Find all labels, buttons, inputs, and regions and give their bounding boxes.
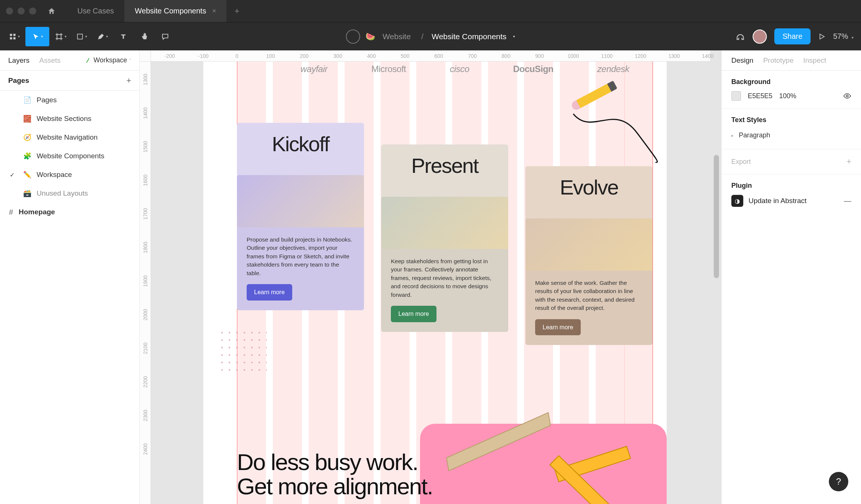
page-list: 📄Pages 🧱Website Sections 🧭Website Naviga… <box>0 91 139 221</box>
customer-logos-row: wayfair Microsoft cisco DocuSign zendesk <box>300 64 629 74</box>
canvas-scrollbar[interactable] <box>714 155 719 278</box>
window-controls[interactable] <box>6 7 36 15</box>
logo-zendesk: zendesk <box>597 64 629 74</box>
audio-icon[interactable] <box>735 32 745 41</box>
zoom-level[interactable]: 57% ▾ <box>833 32 857 41</box>
card-evolve[interactable]: Evolve Make sense of the work. Gather th… <box>525 166 652 345</box>
ruler-corner <box>140 50 151 62</box>
tab-prototype[interactable]: Prototype <box>763 56 793 65</box>
add-export-button[interactable]: + <box>846 157 851 167</box>
chevron-down-icon: ▾ <box>18 34 20 38</box>
right-panel: Design Prototype Inspect Background E5E5… <box>721 50 861 504</box>
card-present[interactable]: Present Keep stakeholders from getting l… <box>381 144 508 332</box>
frame-tool[interactable]: ▾ <box>51 27 70 46</box>
page-item[interactable]: 🧱Website Sections <box>0 109 139 128</box>
traffic-close[interactable] <box>6 7 13 15</box>
visibility-toggle-icon[interactable] <box>843 92 851 100</box>
page-item[interactable]: 🧩Website Components <box>0 147 139 165</box>
move-tool[interactable]: ▾ <box>25 27 49 46</box>
project-emoji-icon: 🍉 <box>365 32 375 41</box>
page-item[interactable]: 📄Pages <box>0 91 139 109</box>
card-body: Keep stakeholders from getting lost in y… <box>391 257 499 299</box>
background-hex[interactable]: E5E5E5 <box>748 92 772 100</box>
learn-more-button[interactable]: Learn more <box>391 306 436 322</box>
canvas[interactable]: -200 -100 0 100 200 300 400 500 600 700 … <box>140 50 721 504</box>
ruler-vertical: 1300 1400 1500 1600 1700 1800 1900 2000 … <box>140 62 151 504</box>
breadcrumb-separator: / <box>421 32 423 41</box>
export-header: Export <box>731 158 751 166</box>
help-button[interactable]: ? <box>829 472 848 491</box>
breadcrumb-file[interactable]: Website Components <box>432 32 506 41</box>
layer-frame-homepage[interactable]: Homepage <box>0 203 139 221</box>
text-style-item[interactable]: ▸ Paragraph <box>731 129 851 141</box>
remove-plugin-button[interactable]: — <box>844 197 851 205</box>
main-menu-button[interactable]: ▾ <box>4 27 24 46</box>
page-item[interactable]: 🧭Website Navigation <box>0 128 139 147</box>
plugin-header: Plugin <box>731 182 851 190</box>
traffic-minimize[interactable] <box>18 7 25 15</box>
chevron-up-icon: ˄ <box>129 58 131 62</box>
page-item-current[interactable]: ✏️Workspace <box>0 165 139 184</box>
tab-design[interactable]: Design <box>731 56 753 65</box>
abstract-icon: ◑ <box>731 195 743 207</box>
add-page-button[interactable]: + <box>126 76 131 85</box>
artboard-homepage[interactable]: wayfair Microsoft cisco DocuSign zendesk… <box>203 62 667 504</box>
background-opacity[interactable]: 100% <box>779 92 796 100</box>
shape-tool[interactable]: ▾ <box>72 27 91 46</box>
team-avatar-icon[interactable] <box>346 29 360 44</box>
decoration-dots <box>218 329 267 374</box>
learn-more-button[interactable]: Learn more <box>535 319 581 335</box>
text-tool[interactable] <box>114 27 133 46</box>
close-icon[interactable]: × <box>212 7 216 15</box>
logo-wayfair: wayfair <box>300 64 328 74</box>
hand-tool[interactable] <box>135 27 154 46</box>
user-avatar[interactable] <box>753 29 767 44</box>
svg-rect-1 <box>13 34 15 36</box>
svg-rect-4 <box>77 34 82 39</box>
breadcrumb: 🍉 Website / Website Components ▾ <box>346 29 515 44</box>
left-panel: Layers Assets Workspace ˄ Pages + 📄Pages… <box>0 50 140 504</box>
tab-use-cases[interactable]: Use Cases <box>67 0 124 22</box>
plugin-item[interactable]: ◑ Update in Abstract — <box>731 195 851 207</box>
chevron-down-icon: ▾ <box>852 35 854 40</box>
card-kickoff[interactable]: Kickoff Propose and build projects in No… <box>237 123 364 310</box>
logo-docusign: DocuSign <box>513 64 553 74</box>
card-body: Propose and build projects in Notebooks.… <box>247 236 354 277</box>
pen-tool[interactable]: ▾ <box>93 27 112 46</box>
chevron-down-icon: ▾ <box>106 34 108 38</box>
home-icon[interactable] <box>47 7 56 15</box>
svg-rect-2 <box>10 37 12 39</box>
pages-header: Pages <box>8 77 29 85</box>
card-title: Present <box>411 153 478 178</box>
tab-label: Website Components <box>135 7 206 15</box>
breadcrumb-project[interactable]: Website <box>383 32 411 41</box>
present-icon[interactable] <box>818 33 825 40</box>
tab-inspect[interactable]: Inspect <box>803 56 826 65</box>
tab-website-components[interactable]: Website Components × <box>124 0 226 22</box>
text-styles-header: Text Styles <box>731 116 851 124</box>
tab-layers[interactable]: Layers <box>8 56 30 65</box>
add-tab-button[interactable]: + <box>230 4 244 18</box>
chevron-down-icon[interactable]: ▾ <box>513 34 515 38</box>
share-button[interactable]: Share <box>774 28 811 44</box>
chevron-down-icon: ▾ <box>41 34 43 38</box>
card-title: Evolve <box>560 175 618 199</box>
page-item[interactable]: 🗃️Unused Layouts <box>0 184 139 203</box>
svg-rect-3 <box>13 37 15 39</box>
learn-more-button[interactable]: Learn more <box>247 284 292 300</box>
pencil-slash-icon <box>86 58 90 63</box>
traffic-zoom[interactable] <box>29 7 36 15</box>
toolbar: ▾ ▾ ▾ ▾ ▾ 🍉 Website / Website Components… <box>0 22 861 50</box>
svg-point-5 <box>846 95 848 97</box>
page-selector[interactable]: Workspace ˄ <box>85 56 131 64</box>
comment-tool[interactable] <box>155 27 175 46</box>
color-swatch[interactable] <box>731 91 741 101</box>
logo-cisco: cisco <box>450 64 469 74</box>
hero-section: Do less busy work. Get more alignment. T… <box>237 450 644 498</box>
ruler-horizontal: -200 -100 0 100 200 300 400 500 600 700 … <box>151 50 710 62</box>
background-header: Background <box>731 78 851 86</box>
hero-headline: Do less busy work. Get more alignment. <box>237 450 644 498</box>
logo-microsoft: Microsoft <box>371 64 406 74</box>
tab-assets[interactable]: Assets <box>39 56 61 65</box>
card-title: Kickoff <box>272 132 329 156</box>
